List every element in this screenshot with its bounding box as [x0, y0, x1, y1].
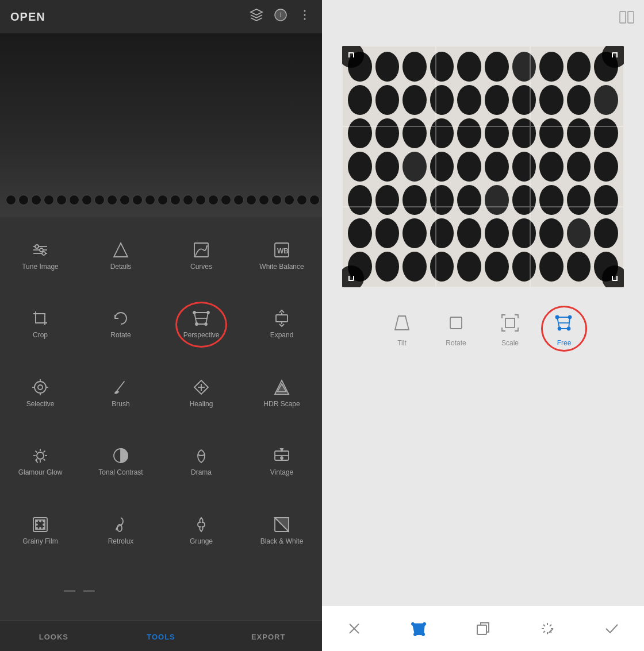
svg-point-45: [281, 457, 283, 459]
tool-grainy-film[interactable]: Grainy Film: [0, 496, 80, 565]
crop-label: Crop: [33, 331, 48, 340]
header: OPEN i: [0, 0, 322, 33]
tool-selective[interactable]: Selective: [0, 359, 80, 427]
svg-line-40: [44, 451, 45, 453]
svg-point-53: [36, 527, 37, 529]
confirm-button[interactable]: [599, 616, 624, 641]
free-label: Free: [557, 339, 572, 347]
tool-perspective[interactable]: Perspective: [161, 290, 241, 359]
brush-icon: [112, 378, 130, 396]
svg-point-52: [43, 524, 44, 525]
tool-black-white[interactable]: Black & White: [241, 496, 322, 565]
tool-expand[interactable]: Expand: [241, 290, 322, 359]
main-image: [342, 46, 624, 287]
svg-point-48: [36, 521, 37, 522]
svg-point-69: [556, 316, 559, 319]
svg-point-77: [412, 623, 414, 625]
svg-point-49: [40, 521, 41, 522]
svg-point-4: [304, 18, 306, 20]
tool-rotate[interactable]: Rotate: [80, 290, 161, 359]
rotate-persp-label: Rotate: [446, 339, 466, 347]
persp-btn-rotate[interactable]: Rotate: [443, 310, 469, 347]
svg-line-87: [543, 631, 545, 633]
grunge-icon: [192, 515, 210, 534]
brush-label: Brush: [112, 400, 129, 409]
header-icons: i: [250, 8, 312, 25]
right-panel: Tilt Rotate Scale: [322, 0, 644, 651]
svg-point-10: [42, 252, 45, 255]
copy-button[interactable]: [470, 616, 496, 641]
free-icon: [551, 310, 577, 336]
corner-handle-br[interactable]: [602, 265, 624, 287]
healing-label: Healing: [190, 400, 213, 409]
persp-btn-tilt[interactable]: Tilt: [389, 310, 415, 347]
svg-point-78: [423, 623, 425, 625]
nav-export-label: EXPORT: [251, 633, 285, 641]
expand-icon: [273, 309, 291, 328]
svg-point-55: [43, 527, 44, 529]
perspective-grid-button[interactable]: [406, 616, 431, 641]
persp-btn-scale[interactable]: Scale: [497, 310, 523, 347]
svg-point-33: [37, 452, 44, 459]
svg-point-54: [40, 527, 41, 529]
tool-grunge[interactable]: Grunge: [161, 496, 241, 565]
black-white-icon: [273, 515, 291, 534]
tool-glamour-glow[interactable]: Glamour Glow: [0, 427, 80, 496]
curves-icon: [192, 241, 210, 259]
details-label: Details: [110, 263, 132, 272]
healing-icon: [192, 378, 210, 396]
more-icon[interactable]: [298, 8, 312, 25]
app-title: OPEN: [10, 10, 250, 24]
svg-marker-11: [114, 243, 128, 257]
svg-point-3: [304, 14, 306, 16]
svg-point-18: [193, 311, 195, 314]
rotate-persp-icon: [443, 310, 469, 336]
svg-point-68: [568, 328, 570, 330]
tool-retrolux[interactable]: Retrolux: [80, 496, 161, 565]
tool-more[interactable]: — —: [0, 565, 161, 616]
layers-icon[interactable]: [250, 8, 263, 25]
svg-point-76: [422, 633, 424, 635]
retrolux-label: Retrolux: [108, 537, 134, 546]
svg-rect-15: [36, 314, 45, 323]
auto-fix-button[interactable]: [535, 616, 560, 641]
tool-healing[interactable]: Healing: [161, 359, 241, 427]
selective-icon: [31, 378, 49, 396]
tool-curves[interactable]: Curves: [161, 222, 241, 290]
tonal-contrast-label: Tonal Contrast: [98, 468, 143, 477]
tool-hdr-scape[interactable]: HDR Scape: [241, 359, 322, 427]
svg-point-9: [40, 248, 43, 252]
nav-looks[interactable]: LOOKS: [0, 621, 108, 651]
tools-grid: Tune Image Details Curves: [0, 217, 322, 621]
details-icon: [112, 241, 130, 259]
preview-circles: [0, 183, 322, 217]
glamour-glow-label: Glamour Glow: [18, 468, 63, 477]
nav-tools[interactable]: TOOLS: [108, 621, 215, 651]
svg-rect-79: [477, 625, 486, 634]
tool-crop[interactable]: Crop: [0, 290, 80, 359]
svg-line-38: [36, 451, 37, 453]
tool-vintage[interactable]: Vintage: [241, 427, 322, 496]
svg-point-70: [569, 316, 572, 319]
svg-rect-63: [450, 317, 462, 329]
building-grid: [342, 46, 624, 287]
tool-details[interactable]: Details: [80, 222, 161, 290]
hdr-scape-label: HDR Scape: [263, 400, 300, 409]
tool-white-balance[interactable]: WB White Balance: [241, 222, 322, 290]
tool-drama[interactable]: Drama: [161, 427, 241, 496]
info-icon[interactable]: i: [274, 8, 288, 25]
tilt-label: Tilt: [397, 339, 407, 347]
svg-rect-64: [505, 318, 515, 328]
tool-tonal-contrast[interactable]: Tonal Contrast: [80, 427, 161, 496]
scale-icon: [497, 310, 523, 336]
grainy-film-icon: [31, 515, 49, 534]
persp-btn-free[interactable]: Free: [551, 310, 577, 347]
compare-icon[interactable]: [619, 9, 635, 29]
svg-line-86: [550, 625, 551, 626]
tool-tune-image[interactable]: Tune Image: [0, 222, 80, 290]
svg-point-51: [36, 524, 37, 525]
tool-brush[interactable]: Brush: [80, 359, 161, 427]
cancel-button[interactable]: [342, 616, 367, 641]
nav-export[interactable]: EXPORT: [214, 621, 322, 651]
main-image-container: [342, 46, 624, 287]
